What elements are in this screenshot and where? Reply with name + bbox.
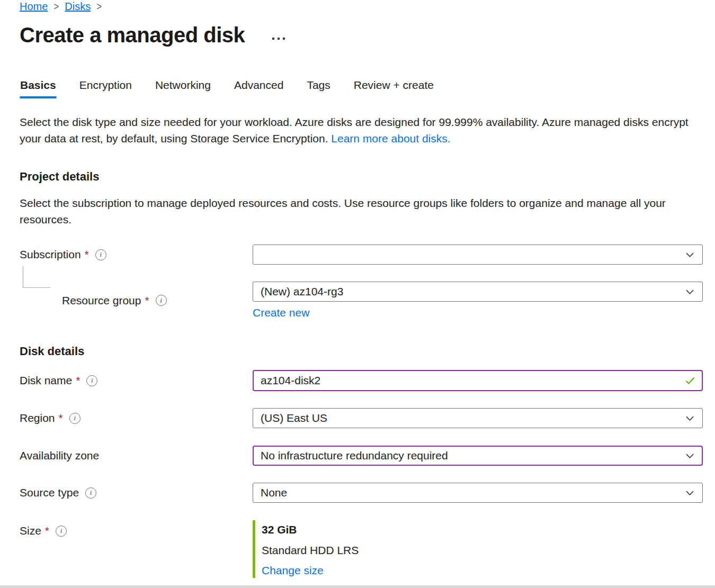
size-summary: 32 GiB Standard HDD LRS Change size	[253, 520, 703, 578]
more-options-button[interactable]	[270, 35, 287, 42]
project-details-description: Select the subscription to manage deploy…	[20, 195, 700, 228]
chevron-down-icon	[685, 287, 695, 297]
size-value: 32 GiB	[262, 523, 703, 536]
resource-group-dropdown[interactable]: (New) az104-rg3	[253, 282, 703, 302]
disk-name-label: Disk name	[20, 374, 72, 387]
size-label: Size	[20, 524, 41, 537]
wizard-tabs: Basics Encryption Networking Advanced Ta…	[20, 79, 703, 98]
resource-group-row: Resource group * i (New) az104-rg3 Creat…	[20, 282, 703, 319]
availability-zone-dropdown[interactable]: No infrastructure redundancy required	[253, 446, 703, 466]
breadcrumb-separator-icon: >	[53, 1, 59, 13]
page-header: Create a managed disk	[20, 23, 703, 47]
breadcrumb-separator-icon: >	[96, 1, 102, 13]
tab-tags[interactable]: Tags	[306, 79, 330, 98]
subscription-label: Subscription	[20, 248, 81, 261]
disk-name-label-group: Disk name * i	[20, 374, 253, 387]
availability-zone-row: Availability zone No infrastructure redu…	[20, 446, 703, 466]
subscription-row: Subscription * i	[20, 245, 703, 265]
region-dropdown[interactable]: (US) East US	[253, 408, 703, 428]
region-label-group: Region * i	[20, 412, 253, 424]
resource-group-label: Resource group	[62, 294, 141, 307]
source-type-label-group: Source type i	[20, 486, 253, 499]
tab-encryption[interactable]: Encryption	[79, 79, 132, 98]
info-icon[interactable]: i	[69, 413, 81, 424]
source-type-value: None	[261, 486, 287, 499]
required-marker: *	[45, 524, 49, 537]
chevron-down-icon	[685, 413, 695, 423]
green-check-icon	[684, 375, 696, 388]
intro-text: Select the disk type and size needed for…	[20, 114, 703, 147]
tab-basics[interactable]: Basics	[20, 79, 57, 98]
change-size-link[interactable]: Change size	[262, 564, 324, 577]
required-marker: *	[59, 412, 63, 424]
disk-name-row: Disk name * i	[20, 370, 703, 391]
tab-advanced[interactable]: Advanced	[234, 79, 284, 98]
ellipsis-dot	[272, 38, 274, 40]
size-label-group: Size * i	[20, 520, 253, 537]
tab-review-create[interactable]: Review + create	[353, 79, 434, 98]
required-marker: *	[85, 248, 89, 261]
tab-networking[interactable]: Networking	[155, 79, 211, 98]
disk-details-heading: Disk details	[20, 345, 703, 358]
subscription-label-group: Subscription * i	[20, 248, 253, 261]
availability-zone-label-group: Availability zone	[20, 449, 253, 462]
required-marker: *	[145, 294, 149, 307]
chevron-down-icon	[685, 451, 695, 461]
create-new-link[interactable]: Create new	[253, 306, 309, 319]
learn-more-link[interactable]: Learn more about disks.	[331, 132, 450, 144]
info-icon[interactable]: i	[85, 487, 96, 499]
horizontal-scrollbar[interactable]	[0, 585, 715, 588]
project-details-heading: Project details	[20, 170, 703, 184]
breadcrumb-disks-link[interactable]: Disks	[65, 1, 91, 13]
size-sku: Standard HDD LRS	[262, 544, 703, 557]
source-type-row: Source type i None	[20, 483, 703, 503]
ellipsis-dot	[283, 38, 285, 40]
availability-zone-label: Availability zone	[20, 449, 99, 462]
resource-group-value: (New) az104-rg3	[261, 285, 343, 298]
chevron-down-icon	[685, 488, 695, 498]
source-type-dropdown[interactable]: None	[253, 483, 703, 503]
info-icon[interactable]: i	[86, 375, 97, 386]
page-title: Create a managed disk	[20, 23, 245, 47]
region-row: Region * i (US) East US	[20, 408, 703, 428]
subscription-dropdown[interactable]	[253, 245, 703, 265]
ellipsis-dot	[278, 38, 280, 40]
breadcrumb: Home > Disks >	[20, 0, 703, 13]
region-value: (US) East US	[261, 412, 327, 424]
region-label: Region	[20, 412, 55, 424]
source-type-label: Source type	[20, 486, 79, 499]
info-icon[interactable]: i	[56, 526, 67, 537]
info-icon[interactable]: i	[95, 249, 106, 260]
required-marker: *	[76, 374, 80, 387]
chevron-down-icon	[685, 250, 695, 260]
availability-zone-value: No infrastructure redundancy required	[261, 449, 448, 462]
child-field-connector	[23, 266, 50, 288]
info-icon[interactable]: i	[156, 295, 167, 306]
breadcrumb-home-link[interactable]: Home	[20, 1, 48, 13]
disk-name-input[interactable]	[253, 370, 703, 391]
size-row: Size * i 32 GiB Standard HDD LRS Change …	[20, 520, 703, 578]
resource-group-label-group: Resource group * i	[20, 294, 253, 307]
